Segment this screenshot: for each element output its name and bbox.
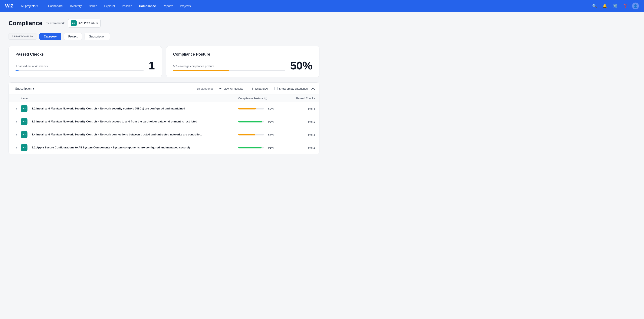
nav-links: Dashboard Inventory Issues Explorer Poli… bbox=[45, 2, 590, 9]
row-name-1: 1.2 Install and Maintain Network Securit… bbox=[29, 107, 238, 110]
page-header: Compliance by Framework PCI PCI DSS v4 ▾ bbox=[8, 19, 320, 28]
main-content: Compliance by Framework PCI PCI DSS v4 ▾… bbox=[0, 12, 328, 161]
compliance-posture-fill bbox=[173, 70, 229, 71]
compliance-posture-progress bbox=[173, 70, 285, 71]
row-checks-4: 0 of 2 bbox=[281, 146, 315, 149]
nav-reports[interactable]: Reports bbox=[160, 2, 176, 9]
by-framework-label: by Framework bbox=[46, 22, 65, 25]
view-all-results-button[interactable]: 👁 View All Results bbox=[217, 86, 246, 92]
breakdown-row: BREAKDOWN BY Category Project Subscripti… bbox=[8, 33, 320, 40]
row-name-4: 2.2 Apply Secure Configurations to All S… bbox=[29, 146, 238, 150]
breakdown-category-button[interactable]: Category bbox=[40, 33, 61, 40]
page-title: Compliance bbox=[8, 20, 42, 26]
expand-row-4[interactable]: ▶ bbox=[13, 146, 21, 149]
compliance-posture-title: Compliance Posture bbox=[173, 52, 312, 57]
row-icon-1: PCI bbox=[21, 105, 28, 112]
breakdown-project-button[interactable]: Project bbox=[64, 33, 82, 40]
nav-policies[interactable]: Policies bbox=[119, 2, 135, 9]
table-body: ▶ PCI 1.2 Install and Maintain Network S… bbox=[9, 102, 319, 154]
framework-name: PCI DSS v4 bbox=[78, 22, 94, 25]
posture-info-icon[interactable]: i bbox=[264, 97, 267, 100]
settings-button[interactable]: ⚙️ bbox=[612, 2, 618, 9]
nav-dashboard[interactable]: Dashboard bbox=[45, 2, 66, 9]
pci-icon: PCI bbox=[71, 20, 77, 26]
passed-checks-desc: 1 passed out of 43 checks bbox=[16, 64, 144, 68]
row-icon-2: PCI bbox=[21, 118, 28, 125]
chevron-down-icon: ▾ bbox=[36, 4, 38, 8]
download-button[interactable] bbox=[311, 87, 315, 90]
all-projects-button[interactable]: All projects ▾ bbox=[19, 3, 40, 9]
row-checks-3: 0 of 3 bbox=[281, 133, 315, 136]
chevron-down-icon: ▾ bbox=[33, 87, 34, 90]
posture-pct-2: 93% bbox=[266, 120, 274, 123]
table-row[interactable]: ▶ PCI 2.2 Apply Secure Configurations to… bbox=[9, 141, 319, 154]
compliance-posture-card: Compliance Posture 50% average complianc… bbox=[166, 46, 320, 77]
empty-categories-checkbox[interactable] bbox=[274, 87, 278, 90]
chevron-down-icon: ▾ bbox=[96, 22, 98, 25]
breakdown-subscription-button[interactable]: Subscription bbox=[84, 33, 110, 40]
compliance-posture-body: 50% average compliance posture 50% bbox=[173, 60, 312, 71]
stats-row: Passed Checks 1 passed out of 43 checks … bbox=[8, 46, 320, 77]
passed-checks-number: 1 bbox=[149, 60, 155, 71]
row-posture-2: 93% bbox=[238, 120, 281, 123]
show-empty-toggle[interactable]: Show empty categories bbox=[274, 87, 308, 90]
passed-checks-fill bbox=[16, 70, 18, 71]
table-row[interactable]: ▶ PCI 1.4 Install and Maintain Network S… bbox=[9, 128, 319, 141]
passed-checks-card: Passed Checks 1 passed out of 43 checks … bbox=[8, 46, 162, 77]
help-button[interactable]: ❓ bbox=[622, 2, 629, 9]
row-icon-3: PCI bbox=[21, 131, 28, 138]
passed-checks-progress bbox=[16, 70, 144, 71]
logo: WIZ+ bbox=[5, 3, 14, 9]
posture-pct-3: 67% bbox=[266, 133, 274, 136]
compliance-posture-desc: 50% average compliance posture bbox=[173, 64, 285, 68]
posture-pct-4: 91% bbox=[266, 146, 274, 149]
row-icon-4: PCI bbox=[21, 144, 28, 151]
expand-row-3[interactable]: ▶ bbox=[13, 134, 21, 136]
expand-row-1[interactable]: ▶ bbox=[13, 108, 21, 110]
framework-selector[interactable]: PCI PCI DSS v4 ▾ bbox=[68, 19, 100, 28]
col-name: Name bbox=[21, 97, 238, 100]
row-posture-1: 68% bbox=[238, 107, 281, 110]
row-posture-3: 67% bbox=[238, 133, 281, 136]
nav-compliance[interactable]: Compliance bbox=[136, 2, 159, 9]
breakdown-label: BREAKDOWN BY bbox=[8, 33, 37, 40]
table-row[interactable]: ▶ PCI 1.2 Install and Maintain Network S… bbox=[9, 102, 319, 115]
nav-projects[interactable]: Projects bbox=[177, 2, 194, 9]
table-header: Name Compliance Posture i Passed Checks bbox=[9, 95, 319, 102]
row-posture-4: 91% bbox=[238, 146, 281, 149]
compliance-posture-number: 50% bbox=[290, 60, 312, 71]
table-toolbar: Subscription ▾ 18 categories 👁 View All … bbox=[9, 82, 319, 95]
posture-pct-1: 68% bbox=[266, 107, 274, 110]
expand-row-2[interactable]: ▶ bbox=[13, 120, 21, 123]
nav-explorer[interactable]: Explorer bbox=[101, 2, 118, 9]
row-name-3: 1.4 Install and Maintain Network Securit… bbox=[29, 133, 238, 136]
search-button[interactable]: 🔍 bbox=[591, 2, 598, 9]
nav-issues[interactable]: Issues bbox=[86, 2, 100, 9]
passed-checks-title: Passed Checks bbox=[16, 52, 155, 57]
table-section: Subscription ▾ 18 categories 👁 View All … bbox=[8, 82, 320, 154]
col-posture: Compliance Posture i bbox=[238, 97, 281, 100]
expand-icon: ⇕ bbox=[252, 87, 254, 90]
table-row[interactable]: ▶ PCI 1.3 Install and Maintain Network S… bbox=[9, 115, 319, 128]
col-checks: Passed Checks bbox=[281, 97, 315, 100]
logo-text: WIZ bbox=[5, 3, 13, 9]
user-avatar[interactable]: 👤 bbox=[632, 2, 639, 9]
categories-count: 18 categories bbox=[197, 87, 214, 90]
subscription-filter[interactable]: Subscription ▾ bbox=[13, 86, 36, 92]
nav-inventory[interactable]: Inventory bbox=[66, 2, 85, 9]
row-checks-1: 0 of 4 bbox=[281, 107, 315, 110]
navbar: WIZ+ All projects ▾ Dashboard Inventory … bbox=[0, 0, 644, 12]
expand-all-button[interactable]: ⇕ Expand All bbox=[249, 86, 271, 92]
nav-actions: 🔍 🔔 ⚙️ ❓ 👤 bbox=[591, 2, 639, 9]
eye-icon: 👁 bbox=[219, 87, 222, 90]
passed-checks-body: 1 passed out of 43 checks 1 bbox=[16, 60, 155, 71]
notifications-button[interactable]: 🔔 bbox=[602, 2, 608, 9]
row-checks-2: 0 of 1 bbox=[281, 120, 315, 123]
row-name-2: 1.3 Install and Maintain Network Securit… bbox=[29, 120, 238, 124]
